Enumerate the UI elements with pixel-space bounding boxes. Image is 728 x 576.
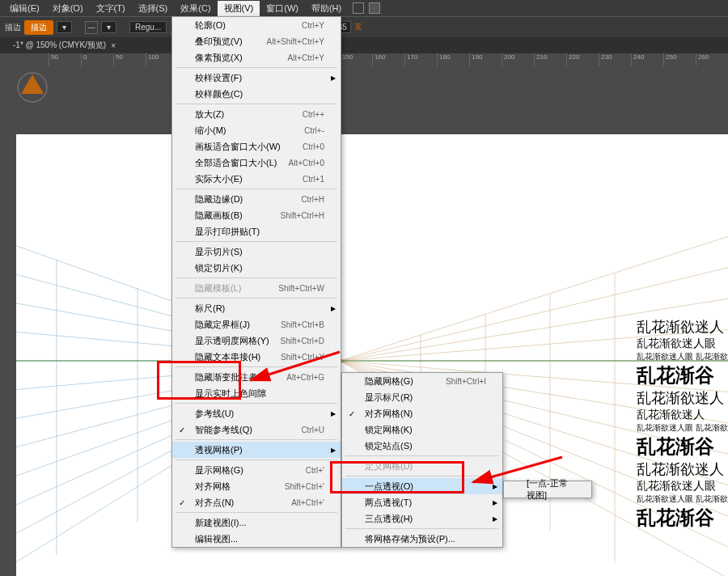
view-menu-item[interactable]: 标尺(R)▶: [172, 300, 341, 316]
view-menu-item[interactable]: 新建视图(I)...: [172, 515, 341, 531]
menu-object[interactable]: 对象(O): [46, 1, 90, 16]
perspective-submenu-item[interactable]: 锁定网格(K): [342, 421, 502, 438]
art-text-line: 乱花渐欲迷人: [637, 460, 728, 479]
workspace-icon[interactable]: [369, 2, 380, 14]
view-menu-item[interactable]: 对齐网格Shift+Ctrl+': [172, 478, 341, 494]
art-text-line: 乱花渐欲迷人眼: [637, 337, 728, 351]
layout-icon[interactable]: [353, 2, 364, 14]
perspective-submenu-item[interactable]: 显示标尺(R): [342, 389, 502, 405]
perspective-submenu-item[interactable]: 锁定站点(S): [342, 438, 502, 454]
art-text-line: 乱花渐欲迷人眼 乱花渐欲: [637, 422, 728, 434]
view-menu-item[interactable]: 隐藏画板(B)Shift+Ctrl+H: [172, 207, 341, 223]
perspective-submenu-item[interactable]: 隐藏网格(G)Shift+Ctrl+I: [342, 373, 502, 389]
view-menu-item[interactable]: 像素预览(X)Alt+Ctrl+Y: [172, 49, 341, 66]
view-menu-item[interactable]: 隐藏模板(L)Shift+Ctrl+W: [172, 280, 341, 296]
horizontal-ruler: 5005010010011012013014015016017018019020…: [0, 53, 728, 66]
menu-select[interactable]: 选择(S): [132, 1, 175, 16]
stroke-weight[interactable]: ▾: [57, 21, 72, 33]
view-menu-item[interactable]: 隐藏定界框(J)Shift+Ctrl+B: [172, 316, 341, 332]
one-point-submenu: [一点-正常视图]: [503, 481, 592, 498]
view-menu-item[interactable]: 编辑视图...: [172, 531, 341, 547]
view-menu-item[interactable]: 缩小(M)Ctrl+-: [172, 122, 341, 138]
brush-select[interactable]: ▾: [101, 21, 116, 33]
document-tab[interactable]: -1* @ 150% (CMYK/预览) ×: [5, 38, 124, 53]
view-menu-item[interactable]: 全部适合窗口大小(L)Alt+Ctrl+0: [172, 155, 341, 171]
sample-text-block: 乱花渐欲迷人乱花渐欲迷人眼乱花渐欲迷人眼 乱花渐欲乱花渐谷乱花渐欲迷人乱花渐欲迷…: [637, 317, 728, 531]
tab-title: -1* @ 150% (CMYK/预览): [13, 40, 106, 51]
y-label: 宽: [354, 22, 362, 32]
view-menu-item[interactable]: 显示切片(S): [172, 244, 341, 260]
view-menu-item[interactable]: 显示实时上色间隙: [172, 385, 341, 401]
view-menu-item[interactable]: 显示网格(G)Ctrl+': [172, 462, 341, 478]
view-menu-item[interactable]: 隐藏文本串接(H)Shift+Ctrl+Y: [172, 349, 341, 365]
view-menu-item[interactable]: 实际大小(E)Ctrl+1: [172, 171, 341, 187]
menu-help[interactable]: 帮助(H): [305, 1, 348, 16]
perspective-submenu-item[interactable]: 定义网格(D): [342, 458, 502, 474]
menu-type[interactable]: 文字(T): [90, 1, 132, 16]
art-text-line: 乱花渐欲迷人: [637, 388, 728, 408]
art-text-line: 乱花渐欲迷人眼 乱花渐欲: [637, 493, 728, 505]
view-menu-item[interactable]: 锁定切片(K): [172, 260, 341, 276]
view-menu-dropdown: 轮廓(O)Ctrl+Y叠印预览(V)Alt+Shift+Ctrl+Y像素预览(X…: [171, 16, 341, 548]
control-toolbar: 描边 描边 ▾ — ▾ Regu... ▾ 搜索 ≡ ≡ ≡ ▦ ⊞ X: 24…: [0, 16, 728, 37]
menu-edit[interactable]: 编辑(E): [3, 1, 46, 16]
view-menu-item[interactable]: 显示打印拼贴(T): [172, 223, 341, 239]
brush-icon[interactable]: —: [85, 21, 98, 34]
perspective-submenu-item[interactable]: ✓对齐网格(N): [342, 405, 502, 421]
perspective-grid-submenu: 隐藏网格(G)Shift+Ctrl+I显示标尺(R)✓对齐网格(N)锁定网格(K…: [341, 372, 503, 548]
view-menu-item[interactable]: 显示透明度网格(Y)Shift+Ctrl+D: [172, 332, 341, 349]
view-menu-item[interactable]: 放大(Z)Ctrl++: [172, 106, 341, 122]
art-text-line: 乱花渐欲迷人: [637, 408, 728, 422]
art-text-line: 乱花渐欲迷人眼: [637, 479, 728, 493]
perspective-submenu-item[interactable]: 两点透视(T)▶: [342, 494, 502, 510]
perspective-widget[interactable]: [16, 71, 49, 104]
one-point-submenu-item[interactable]: [一点-正常视图]: [504, 481, 591, 498]
menu-effect[interactable]: 效果(C): [174, 1, 217, 16]
art-text-line: 乱花渐欲迷人: [637, 317, 728, 337]
art-text-line: 乱花渐欲迷人眼 乱花渐欲: [637, 351, 728, 362]
view-menu-item[interactable]: 隐藏渐变批注者Alt+Ctrl+G: [172, 369, 341, 385]
view-menu-item[interactable]: 透视网格(P)▶: [172, 442, 341, 458]
view-menu-item[interactable]: 校样颜色(C): [172, 86, 341, 102]
view-menu-item[interactable]: ✓对齐点(N)Alt+Ctrl+': [172, 494, 341, 510]
art-text-line: 乱花渐谷: [637, 505, 728, 531]
art-text-line: 乱花渐谷: [637, 362, 728, 388]
stroke-button[interactable]: 描边: [24, 20, 53, 35]
close-icon[interactable]: ×: [111, 41, 116, 50]
font-style[interactable]: Regu...: [129, 21, 167, 33]
view-menu-item[interactable]: 画板适合窗口大小(W)Ctrl+0: [172, 138, 341, 155]
view-menu-item[interactable]: 校样设置(F)▶: [172, 70, 341, 86]
view-menu-item[interactable]: 隐藏边缘(D)Ctrl+H: [172, 191, 341, 207]
view-menu-item[interactable]: ✓智能参考线(Q)Ctrl+U: [172, 421, 341, 438]
perspective-submenu-item[interactable]: 三点透视(H)▶: [342, 510, 502, 527]
menubar: 编辑(E) 对象(O) 文字(T) 选择(S) 效果(C) 视图(V) 窗口(W…: [0, 0, 728, 16]
art-text-line: 乱花渐谷: [637, 434, 728, 460]
menu-view[interactable]: 视图(V): [218, 1, 260, 16]
view-menu-item[interactable]: 轮廓(O)Ctrl+Y: [172, 17, 341, 33]
view-menu-item[interactable]: 叠印预览(V)Alt+Shift+Ctrl+Y: [172, 33, 341, 49]
perspective-submenu-item[interactable]: 一点透视(O)▶: [342, 478, 502, 494]
stroke-label: 描边: [5, 22, 21, 33]
view-menu-item[interactable]: 参考线(U)▶: [172, 405, 341, 421]
perspective-submenu-item[interactable]: 将网格存储为预设(P)...: [342, 531, 502, 547]
menu-window[interactable]: 窗口(W): [260, 1, 305, 16]
document-tabs: -1* @ 150% (CMYK/预览) ×: [0, 37, 728, 53]
